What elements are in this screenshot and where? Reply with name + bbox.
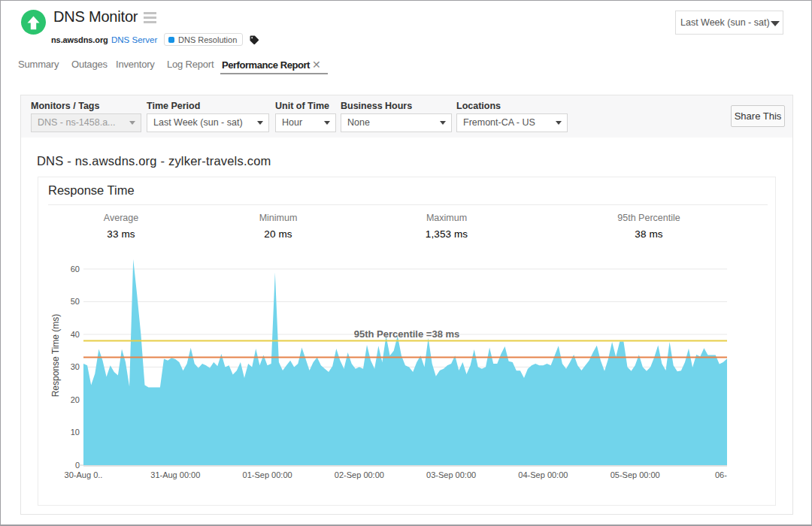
svg-text:10: 10 (71, 428, 80, 437)
svg-text:20: 20 (71, 395, 80, 404)
svg-text:Response Time (ms): Response Time (ms) (50, 314, 61, 398)
svg-text:03-Sep 00:00: 03-Sep 00:00 (426, 470, 476, 479)
svg-text:50: 50 (71, 297, 80, 306)
svg-text:04-Sep 00:00: 04-Sep 00:00 (518, 470, 568, 479)
svg-text:30-Aug 0..: 30-Aug 0.. (65, 470, 103, 479)
svg-text:02-Sep 00:00: 02-Sep 00:00 (335, 470, 384, 479)
svg-text:95th Percentile =38 ms: 95th Percentile =38 ms (354, 328, 460, 340)
svg-text:06-: 06- (715, 470, 727, 479)
svg-text:60: 60 (71, 265, 80, 274)
svg-text:40: 40 (71, 330, 80, 339)
svg-text:31-Aug 00:00: 31-Aug 00:00 (150, 470, 200, 479)
svg-text:30: 30 (71, 362, 80, 371)
svg-text:05-Sep 00:00: 05-Sep 00:00 (611, 470, 660, 479)
svg-text:01-Sep 00:00: 01-Sep 00:00 (243, 470, 292, 479)
